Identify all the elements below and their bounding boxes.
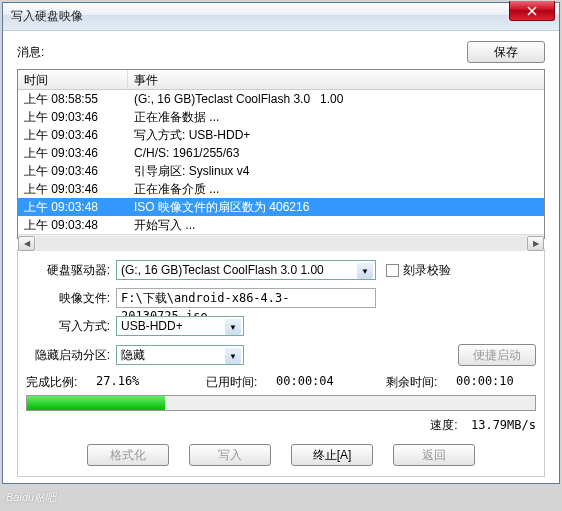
format-button[interactable]: 格式化 [87, 444, 169, 466]
method-dropdown[interactable]: USB-HDD+ ▼ [116, 316, 244, 336]
percent-value: 27.16% [96, 374, 206, 391]
log-time: 上午 09:03:48 [18, 198, 128, 216]
log-event: 正在准备介质 ... [128, 180, 544, 198]
log-time: 上午 09:03:46 [18, 180, 128, 198]
col-event-header[interactable]: 事件 [128, 70, 544, 89]
speed-label: 速度: [430, 418, 457, 432]
log-row[interactable]: 上午 09:03:48开始写入 ... [18, 216, 544, 234]
save-button[interactable]: 保存 [467, 41, 545, 63]
log-row[interactable]: 上午 08:58:55(G:, 16 GB)Teclast CoolFlash … [18, 90, 544, 108]
progress-fill [27, 396, 165, 410]
drive-dropdown[interactable]: (G:, 16 GB)Teclast CoolFlash 3.0 1.00 ▼ [116, 260, 376, 280]
write-button[interactable]: 写入 [189, 444, 271, 466]
log-event: 引导扇区: Syslinux v4 [128, 162, 544, 180]
log-row[interactable]: 上午 09:03:46C/H/S: 1961/255/63 [18, 144, 544, 162]
log-listview[interactable]: 时间 事件 上午 08:58:55(G:, 16 GB)Teclast Cool… [17, 69, 545, 239]
log-time: 上午 08:58:55 [18, 90, 128, 108]
progress-bar [26, 395, 536, 411]
elapsed-value: 00:00:04 [276, 374, 386, 391]
chevron-down-icon: ▼ [357, 263, 373, 279]
percent-label: 完成比例: [26, 374, 96, 391]
abort-button[interactable]: 终止[A] [291, 444, 373, 466]
scroll-left-button[interactable]: ◀ [18, 236, 35, 251]
chevron-down-icon: ▼ [225, 319, 241, 335]
log-event: 开始写入 ... [128, 216, 544, 234]
hidden-dropdown[interactable]: 隐藏 ▼ [116, 345, 244, 365]
hidden-label: 隐藏启动分区: [26, 347, 116, 364]
log-row[interactable]: 上午 09:03:46正在准备数据 ... [18, 108, 544, 126]
log-time: 上午 09:03:46 [18, 126, 128, 144]
log-row[interactable]: 上午 09:03:46引导扇区: Syslinux v4 [18, 162, 544, 180]
method-label: 写入方式: [26, 318, 116, 335]
close-button[interactable] [509, 1, 555, 21]
hidden-value: 隐藏 [121, 347, 145, 364]
log-event: 写入方式: USB-HDD+ [128, 126, 544, 144]
speed-value: 13.79MB/s [471, 418, 536, 432]
log-row[interactable]: 上午 09:03:46正在准备介质 ... [18, 180, 544, 198]
drive-value: (G:, 16 GB)Teclast CoolFlash 3.0 1.00 [121, 263, 324, 277]
method-value: USB-HDD+ [121, 319, 183, 333]
titlebar[interactable]: 写入硬盘映像 [3, 3, 559, 31]
log-header: 时间 事件 [18, 70, 544, 90]
info-label: 消息: [17, 44, 467, 61]
elapsed-label: 已用时间: [206, 374, 276, 391]
log-time: 上午 09:03:48 [18, 216, 128, 234]
log-event: C/H/S: 1961/255/63 [128, 144, 544, 162]
watermark: Baidu贴吧 [6, 490, 56, 505]
checkbox-box [386, 264, 399, 277]
back-button[interactable]: 返回 [393, 444, 475, 466]
window-title: 写入硬盘映像 [11, 8, 83, 25]
horizontal-scrollbar[interactable]: ◀ ▶ [18, 234, 544, 251]
remain-value: 00:00:10 [456, 374, 514, 391]
scroll-right-button[interactable]: ▶ [527, 236, 544, 251]
scroll-track[interactable] [36, 236, 526, 251]
log-event: 正在准备数据 ... [128, 108, 544, 126]
log-time: 上午 09:03:46 [18, 108, 128, 126]
log-row[interactable]: 上午 09:03:46写入方式: USB-HDD+ [18, 126, 544, 144]
verify-checkbox[interactable]: 刻录校验 [386, 262, 451, 279]
log-time: 上午 09:03:46 [18, 162, 128, 180]
image-path-field[interactable]: F:\下载\android-x86-4.3-20130725.iso [116, 288, 376, 308]
log-event: ISO 映像文件的扇区数为 406216 [128, 198, 544, 216]
log-row[interactable]: 上午 09:03:48ISO 映像文件的扇区数为 406216 [18, 198, 544, 216]
close-icon [527, 6, 537, 16]
drive-label: 硬盘驱动器: [26, 262, 116, 279]
chevron-down-icon: ▼ [225, 348, 241, 364]
quickboot-button[interactable]: 便捷启动 [458, 344, 536, 366]
col-time-header[interactable]: 时间 [18, 70, 128, 89]
remain-label: 剩余时间: [386, 374, 456, 391]
log-time: 上午 09:03:46 [18, 144, 128, 162]
image-label: 映像文件: [26, 290, 116, 307]
log-event: (G:, 16 GB)Teclast CoolFlash 3.0 1.00 [128, 90, 544, 108]
verify-label: 刻录校验 [403, 262, 451, 279]
